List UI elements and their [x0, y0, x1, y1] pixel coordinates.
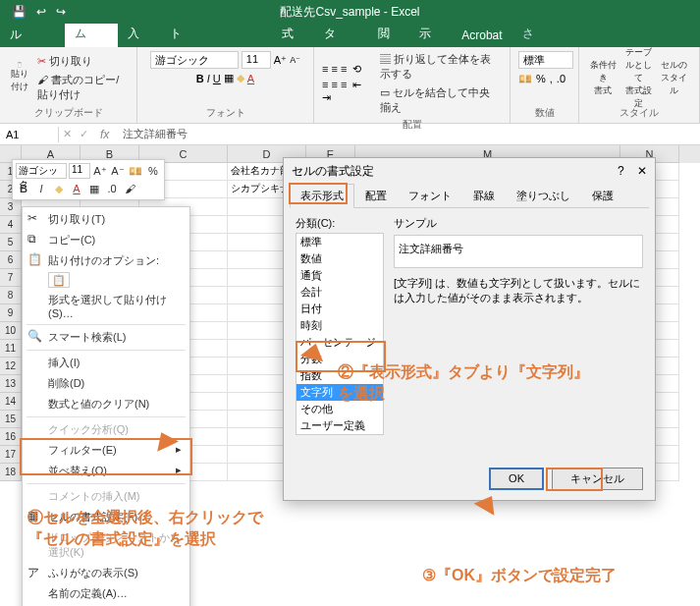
percent-icon[interactable]: %: [536, 73, 546, 85]
annotation-step3: ③『OK』ボタンで設定完了: [422, 565, 617, 586]
mini-inc-font-icon[interactable]: A⁺: [92, 163, 108, 179]
increase-font-icon[interactable]: A⁺: [274, 54, 287, 67]
cancel-button[interactable]: キャンセル: [552, 468, 643, 490]
format-painter-button[interactable]: 🖌 書式のコピー/貼り付け: [34, 72, 129, 103]
mini-bold-icon[interactable]: B: [16, 181, 31, 196]
tab-acrobat[interactable]: Acrobat: [452, 24, 512, 47]
dialog-help-icon[interactable]: ?: [618, 164, 624, 178]
dlg-tab[interactable]: 保護: [581, 184, 624, 207]
mini-currency-icon[interactable]: 💴: [128, 163, 143, 179]
cancel-formula-icon[interactable]: ✕: [59, 128, 76, 140]
category-item[interactable]: 会計: [296, 284, 383, 301]
ctx-item[interactable]: 📋貼り付けのオプション:: [23, 250, 189, 271]
group-clipboard-label: クリップボード: [8, 104, 129, 120]
mini-font-size[interactable]: 11: [69, 163, 90, 179]
menubar: ファイル ホーム 挿入 ページ レイアウト 数式 データ 校閲 表示 Acrob…: [0, 24, 700, 47]
category-item[interactable]: 標準: [296, 234, 383, 250]
align-icons-row1[interactable]: ≡ ≡ ≡ ⟲: [322, 63, 365, 76]
category-item[interactable]: 時刻: [296, 317, 383, 334]
mini-italic-icon[interactable]: I: [33, 181, 49, 196]
ctx-item[interactable]: 🔍スマート検索(L): [23, 327, 189, 348]
category-description: [文字列] は、数値も文字列として扱います。セルには入力した値がそのまま表示され…: [394, 276, 643, 306]
inc-decimal-icon[interactable]: .0: [557, 73, 565, 85]
font-size-select[interactable]: 11: [242, 51, 271, 69]
dlg-tab[interactable]: 塗りつぶし: [506, 184, 581, 207]
wrap-text-button[interactable]: ▤ 折り返して全体を表示する: [377, 51, 502, 83]
bold-button[interactable]: B: [196, 73, 204, 84]
fx-icon[interactable]: fx: [92, 128, 117, 141]
formula-input[interactable]: 注文詳細番号: [117, 125, 193, 143]
undo-icon[interactable]: ↩: [36, 5, 46, 19]
mini-border-icon[interactable]: ▦: [86, 181, 102, 196]
mini-percent-icon[interactable]: %: [145, 163, 161, 179]
format-table-button[interactable]: テーブルとして 書式設定: [622, 62, 654, 93]
dlg-tab[interactable]: 配置: [354, 184, 398, 207]
italic-button[interactable]: I: [207, 73, 210, 84]
cell-styles-button[interactable]: セルの スタイル: [658, 62, 689, 93]
redo-icon[interactable]: ↪: [56, 5, 66, 19]
number-format-select[interactable]: 標準: [518, 51, 573, 69]
mini-decimal-icon[interactable]: .0: [104, 181, 120, 196]
ctx-item[interactable]: 形式を選択して貼り付け(S)…: [23, 290, 189, 322]
mini-painter-icon[interactable]: 🖌: [122, 181, 137, 196]
paste-button[interactable]: 貼り付け: [8, 62, 30, 93]
category-item[interactable]: 数値: [296, 250, 383, 267]
category-item[interactable]: ユーザー定義: [296, 417, 383, 434]
font-color-icon[interactable]: A: [247, 73, 254, 84]
window-title: 配送先Csv_sample - Excel: [280, 4, 419, 21]
border-icon[interactable]: ▦: [224, 72, 234, 84]
comma-icon[interactable]: ,: [550, 73, 553, 85]
dlg-tab[interactable]: フォント: [398, 184, 462, 207]
sample-label: サンプル: [394, 216, 643, 231]
titlebar: 💾 ↩ ↪ 配送先Csv_sample - Excel: [0, 0, 700, 24]
category-item[interactable]: 通貨: [296, 267, 383, 284]
annotation-step1: ①セルを全選択後、右クリックで 『セルの書式設定』を選択: [27, 507, 263, 549]
mini-font-family[interactable]: 游ゴシック: [16, 163, 67, 179]
ctx-item[interactable]: ⧉コピー(C): [23, 230, 189, 250]
group-font-label: フォント: [145, 104, 305, 120]
ctx-item[interactable]: 名前の定義(A)…: [23, 583, 189, 604]
category-list[interactable]: 標準数値通貨会計日付時刻パーセンテージ分数指数文字列その他ユーザー定義: [296, 233, 384, 435]
enter-formula-icon[interactable]: ✓: [76, 128, 92, 140]
dlg-tab[interactable]: 表示形式: [290, 184, 354, 208]
ctx-item[interactable]: コメントの挿入(M): [23, 486, 189, 507]
decrease-font-icon[interactable]: A⁻: [290, 55, 300, 65]
ctx-paste-option[interactable]: 📋: [23, 271, 189, 290]
category-item[interactable]: 日付: [296, 301, 383, 317]
dlg-tab[interactable]: 罫線: [462, 184, 506, 207]
mini-fill-icon[interactable]: ◆: [51, 181, 67, 196]
ctx-item[interactable]: ✂切り取り(T): [23, 209, 189, 230]
sample-box: 注文詳細番号: [394, 235, 643, 268]
group-align-label: 配置: [322, 116, 502, 132]
ctx-item[interactable]: アふりがなの表示(S): [23, 563, 189, 583]
font-family-select[interactable]: 游ゴシック: [150, 51, 239, 69]
format-cells-dialog: セルの書式設定 ? ✕ 表示形式配置フォント罫線塗りつぶし保護 分類(C): 標…: [283, 157, 656, 501]
arrow-step1-icon: [151, 428, 190, 477]
merge-center-button[interactable]: ▭ セルを結合して中央揃え: [377, 84, 502, 116]
svg-rect-0: [18, 63, 22, 68]
name-box[interactable]: A1: [0, 127, 59, 142]
group-number-label: 数値: [518, 104, 570, 120]
arrow-step2-icon: [289, 341, 332, 388]
category-label: 分類(C):: [296, 216, 384, 231]
underline-button[interactable]: U: [213, 73, 221, 84]
dialog-title: セルの書式設定: [292, 163, 374, 180]
cond-format-button[interactable]: 条件付き 書式: [587, 62, 619, 93]
svg-rect-1: [19, 62, 21, 63]
mini-fontcolor-icon[interactable]: A: [69, 181, 84, 196]
fill-color-icon[interactable]: ◆: [237, 72, 244, 84]
mini-dec-font-icon[interactable]: A⁻: [110, 163, 126, 179]
ctx-item[interactable]: 数式と値のクリア(N): [23, 394, 189, 414]
align-icons-row2[interactable]: ≡ ≡ ≡ ⇤ ⇥: [322, 79, 365, 104]
annotation-step2: ②『表示形式』タブより『文字列』 を選択: [338, 361, 589, 404]
ctx-item[interactable]: 挿入(I): [23, 353, 189, 373]
ctx-item[interactable]: 削除(D): [23, 373, 189, 394]
dialog-close-icon[interactable]: ✕: [637, 164, 647, 178]
cut-button[interactable]: ✂ 切り取り: [34, 53, 129, 70]
ribbon: 貼り付け ✂ 切り取り 🖌 書式のコピー/貼り付け クリップボード 游ゴシック …: [0, 47, 700, 124]
sample-value: 注文詳細番号: [399, 242, 638, 256]
currency-icon[interactable]: 💴: [518, 73, 532, 85]
save-icon[interactable]: 💾: [12, 5, 27, 19]
group-styles-label: スタイル: [587, 104, 691, 120]
ok-button[interactable]: OK: [489, 468, 544, 490]
